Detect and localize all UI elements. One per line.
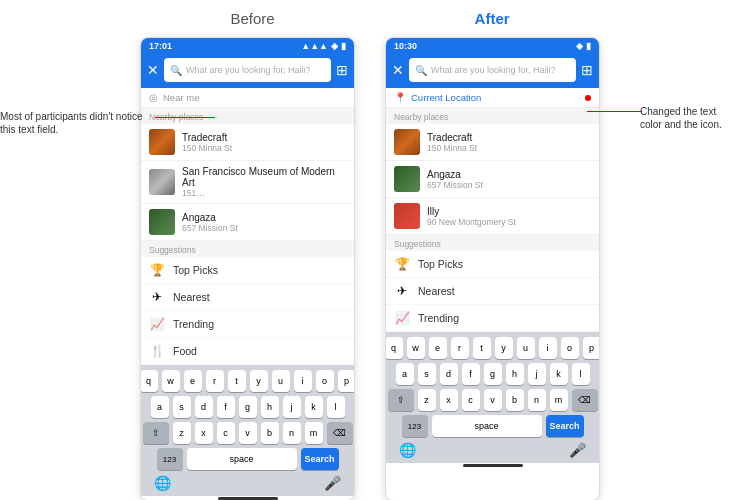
place-item[interactable]: Tradecraft 150 Minna St xyxy=(141,124,354,161)
key-h[interactable]: h xyxy=(261,396,279,418)
key-q[interactable]: q xyxy=(385,337,403,359)
after-map-icon[interactable]: ⊞ xyxy=(581,62,593,78)
key-u[interactable]: u xyxy=(272,370,290,392)
before-search-input[interactable]: 🔍 What are you looking for, Haili? xyxy=(164,58,331,82)
key-s[interactable]: s xyxy=(173,396,191,418)
key-shift[interactable]: ⇧ xyxy=(143,422,169,444)
key-x[interactable]: x xyxy=(195,422,213,444)
key-d[interactable]: d xyxy=(195,396,213,418)
mic-icon[interactable]: 🎤 xyxy=(324,475,341,491)
place-item[interactable]: Angaza 657 Mission St xyxy=(386,161,599,198)
key-p[interactable]: p xyxy=(338,370,356,392)
key-j[interactable]: j xyxy=(528,363,546,385)
place-item[interactable]: Tradecraft 150 Minna St xyxy=(386,124,599,161)
key-space[interactable]: space xyxy=(432,415,542,437)
key-p[interactable]: p xyxy=(583,337,601,359)
key-e[interactable]: e xyxy=(184,370,202,392)
key-s[interactable]: s xyxy=(418,363,436,385)
after-close-button[interactable]: ✕ xyxy=(392,63,404,77)
annotation-left: Most of participants didn't notice this … xyxy=(0,110,160,136)
key-m[interactable]: m xyxy=(305,422,323,444)
suggestion-text: Nearest xyxy=(173,291,210,303)
key-d[interactable]: d xyxy=(440,363,458,385)
key-search[interactable]: Search xyxy=(301,448,339,470)
before-status-icons: ▲▲▲ ◈ ▮ xyxy=(301,41,346,51)
key-g[interactable]: g xyxy=(239,396,257,418)
key-g[interactable]: g xyxy=(484,363,502,385)
key-backspace[interactable]: ⌫ xyxy=(327,422,353,444)
suggestion-item[interactable]: 🏆 Top Picks xyxy=(386,251,599,278)
suggestion-item[interactable]: 🍴 Food xyxy=(141,338,354,365)
keyboard-row-2: a s d f g h j k l xyxy=(144,396,351,418)
before-location-row[interactable]: ◎ Near me xyxy=(141,88,354,108)
key-i[interactable]: i xyxy=(539,337,557,359)
key-w[interactable]: w xyxy=(162,370,180,392)
before-map-icon[interactable]: ⊞ xyxy=(336,62,348,78)
suggestion-item[interactable]: 🏆 Top Picks xyxy=(141,257,354,284)
key-123[interactable]: 123 xyxy=(157,448,183,470)
key-z[interactable]: z xyxy=(418,389,436,411)
place-item[interactable]: San Francisco Museum of Modern Art 151… xyxy=(141,161,354,204)
after-location-row[interactable]: 📍 Current Location xyxy=(386,88,599,108)
key-i[interactable]: i xyxy=(294,370,312,392)
key-b[interactable]: b xyxy=(261,422,279,444)
key-l[interactable]: l xyxy=(327,396,345,418)
key-o[interactable]: o xyxy=(561,337,579,359)
suggestion-item[interactable]: 📈 Trending xyxy=(141,311,354,338)
key-w[interactable]: w xyxy=(407,337,425,359)
key-v[interactable]: v xyxy=(484,389,502,411)
location-dot xyxy=(585,95,591,101)
key-a[interactable]: a xyxy=(151,396,169,418)
key-e[interactable]: e xyxy=(429,337,447,359)
key-t[interactable]: t xyxy=(473,337,491,359)
key-shift[interactable]: ⇧ xyxy=(388,389,414,411)
key-o[interactable]: o xyxy=(316,370,334,392)
key-y[interactable]: y xyxy=(250,370,268,392)
suggestion-item[interactable]: 📈 Trending xyxy=(386,305,599,332)
globe-icon[interactable]: 🌐 xyxy=(154,475,171,491)
before-search-header: ✕ 🔍 What are you looking for, Haili? ⊞ xyxy=(141,54,354,88)
keyboard-row-2: a s d f g h j k l xyxy=(389,363,596,385)
key-k[interactable]: k xyxy=(550,363,568,385)
key-space[interactable]: space xyxy=(187,448,297,470)
key-u[interactable]: u xyxy=(517,337,535,359)
key-t[interactable]: t xyxy=(228,370,246,392)
after-keyboard: q w e r t y u i o p a s d f g h j k l xyxy=(386,332,599,463)
place-name: San Francisco Museum of Modern Art xyxy=(182,166,346,188)
key-y[interactable]: y xyxy=(495,337,513,359)
key-search[interactable]: Search xyxy=(546,415,584,437)
key-m[interactable]: m xyxy=(550,389,568,411)
place-item[interactable]: Illy 90 New Montgomery St xyxy=(386,198,599,235)
suggestion-item[interactable]: ✈ Nearest xyxy=(141,284,354,311)
place-addr: 657 Mission St xyxy=(427,180,591,190)
key-v[interactable]: v xyxy=(239,422,257,444)
key-l[interactable]: l xyxy=(572,363,590,385)
key-j[interactable]: j xyxy=(283,396,301,418)
key-z[interactable]: z xyxy=(173,422,191,444)
key-k[interactable]: k xyxy=(305,396,323,418)
key-n[interactable]: n xyxy=(283,422,301,444)
key-r[interactable]: r xyxy=(206,370,224,392)
mic-icon[interactable]: 🎤 xyxy=(569,442,586,458)
suggestion-item[interactable]: ✈ Nearest xyxy=(386,278,599,305)
key-h[interactable]: h xyxy=(506,363,524,385)
key-backspace[interactable]: ⌫ xyxy=(572,389,598,411)
key-c[interactable]: c xyxy=(217,422,235,444)
after-search-input[interactable]: 🔍 What are you looking for, Haili? xyxy=(409,58,576,82)
key-123[interactable]: 123 xyxy=(402,415,428,437)
key-a[interactable]: a xyxy=(396,363,414,385)
key-x[interactable]: x xyxy=(440,389,458,411)
before-close-button[interactable]: ✕ xyxy=(147,63,159,77)
key-f[interactable]: f xyxy=(462,363,480,385)
key-n[interactable]: n xyxy=(528,389,546,411)
place-item[interactable]: Angaza 657 Mission St xyxy=(141,204,354,241)
before-location-icon: ◎ xyxy=(149,92,158,103)
place-info: Angaza 657 Mission St xyxy=(427,169,591,190)
after-suggestions-label: Suggestions xyxy=(386,235,599,251)
key-b[interactable]: b xyxy=(506,389,524,411)
key-c[interactable]: c xyxy=(462,389,480,411)
key-q[interactable]: q xyxy=(140,370,158,392)
key-r[interactable]: r xyxy=(451,337,469,359)
globe-icon[interactable]: 🌐 xyxy=(399,442,416,458)
key-f[interactable]: f xyxy=(217,396,235,418)
